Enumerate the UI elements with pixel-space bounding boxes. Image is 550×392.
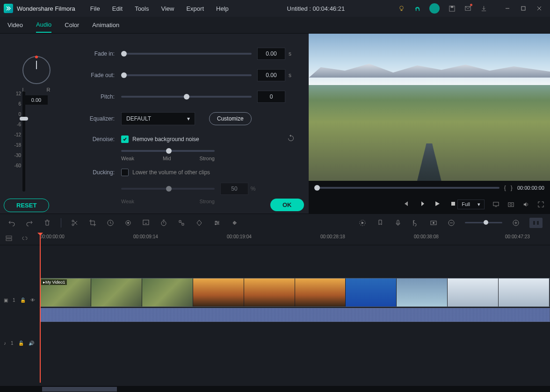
crop-icon[interactable]	[88, 219, 97, 227]
fade-in-unit: s	[285, 50, 295, 57]
denoise-checkbox[interactable]	[121, 135, 129, 143]
ducking-slider[interactable]	[121, 188, 215, 190]
clip-name: ▸My Video1	[41, 279, 67, 285]
ducking-checkbox-label[interactable]: Lower the volume of other clips	[132, 169, 210, 176]
track-manager-icon[interactable]	[5, 235, 13, 243]
pitch-value[interactable]: 0	[257, 91, 285, 103]
volume-meter-track[interactable]	[22, 91, 25, 192]
ducking-checkbox[interactable]	[121, 169, 129, 176]
video-clip[interactable]: ▸My Video1	[40, 278, 550, 307]
denoise-slider[interactable]	[121, 150, 215, 152]
keyframe-icon[interactable]	[195, 219, 203, 227]
svg-rect-2	[450, 6, 453, 7]
tab-video[interactable]: Video	[7, 18, 23, 32]
video-preview[interactable]	[309, 34, 550, 181]
user-avatar-icon[interactable]	[429, 3, 440, 14]
marker-icon[interactable]	[376, 219, 384, 227]
timeline-scrollbar[interactable]	[0, 386, 550, 392]
fade-out-slider[interactable]	[121, 74, 252, 76]
audio-clip[interactable]	[40, 308, 550, 322]
menu-file[interactable]: File	[85, 2, 106, 15]
customize-button[interactable]: Customize	[209, 112, 252, 125]
minimize-button[interactable]	[500, 2, 514, 15]
split-icon[interactable]	[71, 219, 79, 227]
playback-scrubber[interactable]	[314, 187, 499, 189]
playhead[interactable]	[40, 233, 41, 383]
balance-knob[interactable]	[22, 56, 51, 84]
support-icon[interactable]	[413, 5, 421, 12]
audio-visual-icon[interactable]	[231, 219, 239, 227]
lock-icon[interactable]: 🔓	[20, 298, 26, 303]
volume-icon[interactable]	[522, 200, 529, 208]
visibility-icon[interactable]: 👁	[30, 298, 35, 303]
ducking-unit: %	[248, 185, 258, 192]
display-icon[interactable]	[492, 200, 499, 208]
maximize-button[interactable]	[516, 2, 530, 15]
menu-bar: File Edit Tools View Export Help	[85, 2, 234, 15]
reset-button[interactable]: RESET	[4, 199, 49, 212]
tab-color[interactable]: Color	[65, 18, 79, 32]
prev-frame-button[interactable]	[402, 200, 409, 208]
tab-animation[interactable]: Animation	[92, 18, 119, 32]
mixer-icon[interactable]	[412, 219, 420, 227]
quality-dropdown[interactable]: Full▾	[457, 200, 485, 209]
mark-in-icon[interactable]: {	[504, 185, 506, 191]
close-button[interactable]	[532, 2, 546, 15]
save-icon[interactable]	[448, 5, 456, 12]
menu-export[interactable]: Export	[181, 2, 210, 15]
menu-view[interactable]: View	[155, 2, 180, 15]
redo-icon[interactable]	[25, 219, 34, 227]
equalizer-dropdown[interactable]: DEFAULT▾	[121, 112, 195, 125]
render-icon[interactable]	[358, 219, 367, 227]
pitch-slider[interactable]	[121, 96, 252, 98]
speed-icon[interactable]	[106, 219, 115, 227]
snapshot-icon[interactable]	[507, 200, 514, 208]
fade-in-value[interactable]: 0.00	[257, 48, 285, 60]
zoom-out-icon[interactable]	[447, 219, 456, 227]
knob-right-label: R	[47, 87, 51, 93]
ok-button[interactable]: OK	[270, 199, 304, 211]
mute-icon[interactable]: 🔊	[29, 341, 34, 346]
message-icon[interactable]	[464, 5, 471, 12]
mark-out-icon[interactable]: }	[511, 185, 513, 191]
timeline-ruler[interactable]: 00:00:00:00 00:00:09:14 00:00:19:04 00:0…	[0, 231, 550, 245]
dropdown-icon[interactable]	[142, 219, 150, 227]
knob-value: 0.00	[25, 95, 48, 105]
playback-time: 00:00:00:00	[517, 185, 544, 191]
fade-in-slider[interactable]	[121, 53, 252, 55]
panels-icon[interactable]	[529, 218, 543, 228]
svg-rect-28	[6, 239, 12, 241]
zoom-slider[interactable]	[465, 222, 502, 223]
preview-area: { } 00:00:00:00 Full▾	[309, 34, 550, 214]
undo-icon[interactable]	[7, 219, 16, 227]
effects-icon[interactable]	[124, 219, 132, 227]
denoise-reset-icon[interactable]	[287, 135, 295, 143]
denoise-checkbox-label[interactable]: Remove background noise	[132, 136, 199, 143]
record-icon[interactable]	[429, 219, 438, 227]
zoom-in-icon[interactable]	[512, 219, 520, 227]
fullscreen-icon[interactable]	[537, 200, 544, 208]
adjust-icon[interactable]	[213, 219, 221, 227]
menu-help[interactable]: Help	[210, 2, 234, 15]
stop-button[interactable]	[450, 200, 456, 208]
play-pause-button[interactable]	[418, 200, 425, 208]
tips-icon[interactable]	[398, 5, 405, 12]
titlebar-actions	[398, 2, 546, 15]
fade-out-value[interactable]: 0.00	[257, 69, 285, 81]
link-icon[interactable]	[21, 235, 29, 243]
volume-meter-thumb[interactable]	[20, 117, 28, 121]
voiceover-icon[interactable]	[394, 219, 402, 227]
tab-audio[interactable]: Audio	[36, 17, 51, 33]
download-icon[interactable]	[480, 5, 487, 12]
menu-edit[interactable]: Edit	[107, 2, 128, 15]
detach-icon[interactable]	[177, 219, 186, 227]
app-logo	[4, 4, 13, 13]
delete-icon[interactable]	[43, 219, 51, 227]
menu-tools[interactable]: Tools	[129, 2, 154, 15]
lock-icon[interactable]: 🔓	[18, 341, 24, 346]
titlebar: Wondershare Filmora File Edit Tools View…	[0, 0, 550, 17]
play-button[interactable]	[434, 200, 441, 208]
svg-point-9	[72, 220, 74, 222]
chevron-down-icon: ▾	[187, 115, 190, 122]
duration-icon[interactable]	[159, 219, 168, 227]
